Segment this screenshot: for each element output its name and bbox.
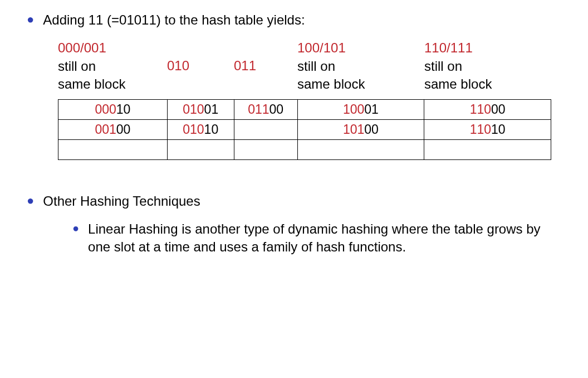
table-row: 00100 01010 10100 11010	[58, 119, 551, 139]
cell-r0c4: 11000	[424, 99, 551, 119]
cell-r1c0: 00100	[58, 119, 168, 139]
col3-l2b: on	[320, 59, 335, 74]
cell-r0c0: 00010	[58, 99, 168, 119]
cell-r2c4	[424, 139, 551, 159]
table-row: 00010 01001 01100 10001 11000	[58, 99, 551, 119]
col4-l2b: on	[447, 59, 462, 74]
sub-bullet-1-text: Linear Hashing is another type of dynami…	[88, 220, 561, 256]
cell-r2c1	[167, 139, 234, 159]
cell-r2c2	[234, 139, 297, 159]
col3-l2a: still	[297, 59, 317, 74]
col0-l2a: still	[58, 59, 77, 74]
cell-r1c4: 11010	[424, 119, 551, 139]
col4-line2: still on	[424, 57, 546, 75]
bullet-dot-icon: ●	[27, 192, 34, 210]
col0-l2b: on	[81, 59, 96, 74]
col0-line3: same block	[58, 75, 161, 93]
table-row	[58, 139, 551, 159]
hash-table-area: 000/001 still on same block 010 011 100/…	[58, 39, 561, 159]
col-header-0: 000/001 still on same block	[58, 39, 167, 93]
cell-r0c1: 01001	[167, 99, 234, 119]
col0-line2: still on	[58, 57, 161, 75]
cell-r1c3: 10100	[297, 119, 424, 139]
col4-l2a: still	[424, 59, 444, 74]
bullet-item-1: ● Adding 11 (=01011) to the hash table y…	[27, 11, 561, 29]
cell-r1c2	[234, 119, 297, 139]
hash-table: 00010 01001 01100 10001 11000 00100 0101…	[58, 99, 551, 160]
bullet-item-2: ● Other Hashing Techniques	[27, 192, 561, 210]
col0-line1: 000/001	[58, 39, 161, 57]
col-header-1: 010	[167, 39, 234, 75]
bullet-2-text: Other Hashing Techniques	[43, 192, 561, 210]
col-header-2: 011	[234, 39, 297, 75]
col4-line3: same block	[424, 75, 546, 93]
cell-r0c3: 10001	[297, 99, 424, 119]
sub-bullet-1: ● Linear Hashing is another type of dyna…	[72, 220, 561, 256]
bullet-dot-icon: ●	[72, 220, 79, 236]
bullet-1-text: Adding 11 (=01011) to the hash table yie…	[43, 11, 561, 29]
cell-r2c0	[58, 139, 168, 159]
cell-r2c3	[297, 139, 424, 159]
col-header-3: 100/101 still on same block	[297, 39, 424, 93]
col3-line3: same block	[297, 75, 419, 93]
bullet-dot-icon: ●	[27, 11, 34, 28]
col3-line1: 100/101	[297, 39, 419, 57]
col4-line1: 110/111	[424, 39, 546, 57]
cell-r1c1: 01010	[167, 119, 234, 139]
col-header-4: 110/111 still on same block	[424, 39, 551, 93]
col3-line2: still on	[297, 57, 419, 75]
column-headers: 000/001 still on same block 010 011 100/…	[58, 39, 561, 93]
cell-r0c2: 01100	[234, 99, 297, 119]
